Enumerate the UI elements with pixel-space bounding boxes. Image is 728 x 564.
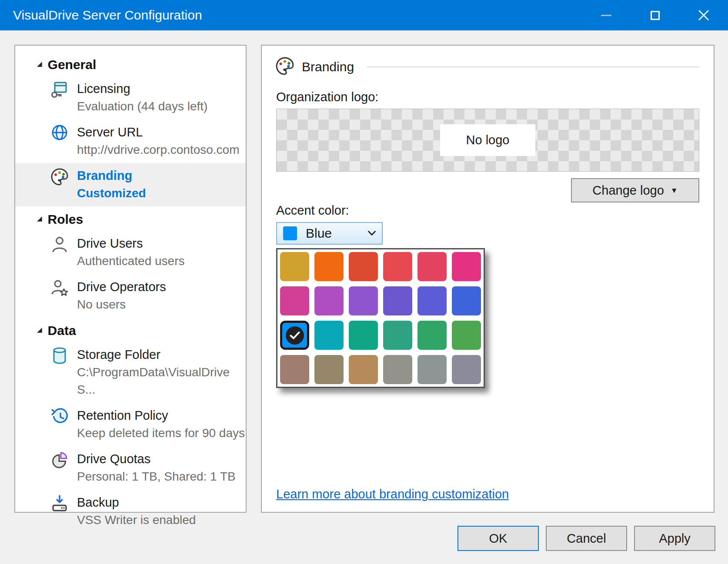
expand-triangle-icon: ◢: [37, 60, 42, 68]
section-label: General: [48, 57, 97, 72]
learn-more-link[interactable]: Learn more about branding customization: [276, 487, 509, 501]
backup-download-icon: [50, 494, 69, 513]
expand-triangle-icon: ◢: [37, 326, 42, 334]
accent-swatch[interactable]: [452, 252, 481, 281]
accent-swatch[interactable]: [280, 252, 309, 281]
sidebar-item-title: Storage Folder: [77, 345, 246, 364]
section-data[interactable]: ◢ Data: [15, 318, 246, 342]
section-general[interactable]: ◢ General: [15, 52, 246, 76]
sidebar-item-drive-quotas[interactable]: Drive Quotas Personal: 1 TB, Shared: 1 T…: [15, 446, 246, 490]
sidebar-item-title: Backup: [77, 493, 196, 511]
sidebar-item-server-url[interactable]: Server URL http://vdrive.corp.contoso.co…: [15, 119, 246, 163]
accent-swatch[interactable]: [314, 252, 344, 281]
accent-swatch[interactable]: [383, 355, 412, 384]
page-title: Branding: [302, 60, 354, 74]
selected-color-swatch: [283, 226, 297, 240]
header-divider: [367, 66, 699, 67]
change-logo-label: Change logo: [592, 183, 664, 198]
accent-swatch[interactable]: [417, 355, 447, 384]
section-roles[interactable]: ◢ Roles: [15, 206, 246, 231]
sidebar-item-storage-folder[interactable]: Storage Folder C:\ProgramData\VisualDriv…: [15, 342, 246, 403]
accent-swatch[interactable]: [417, 252, 447, 281]
accent-swatch[interactable]: [314, 355, 344, 384]
palette-icon: [275, 56, 295, 78]
accent-swatch[interactable]: [417, 286, 447, 315]
sidebar-item-retention-policy[interactable]: Retention Policy Keep deleted items for …: [15, 403, 246, 446]
maximize-icon: [651, 11, 660, 20]
caption-buttons: [582, 0, 728, 30]
sidebar-item-subtitle: Customized: [77, 185, 146, 202]
sidebar-item-subtitle: http://vdrive.corp.contoso.com: [77, 141, 240, 159]
accent-swatch[interactable]: [383, 321, 412, 350]
license-key-icon: [50, 80, 69, 100]
sidebar-item-drive-users[interactable]: Drive Users Authenticated users: [15, 231, 246, 274]
sidebar-item-title: Retention Policy: [77, 406, 245, 425]
accent-swatch[interactable]: [452, 355, 481, 384]
sidebar-item-title: Drive Quotas: [77, 450, 236, 468]
organization-logo-label: Organization logo:: [276, 90, 699, 104]
section-label: Data: [48, 323, 76, 338]
globe-icon: [50, 124, 69, 143]
settings-nav-panel: ◢ General Licensing Evaluation (44 days …: [14, 45, 247, 513]
sidebar-item-subtitle: C:\ProgramData\VisualDrive S...: [77, 364, 246, 398]
sidebar-item-drive-operators[interactable]: Drive Operators No users: [15, 274, 246, 318]
selected-color-name: Blue: [306, 226, 359, 241]
ok-button[interactable]: OK: [458, 526, 539, 551]
page-header: Branding: [275, 56, 699, 78]
dialog-footer: OK Cancel Apply: [458, 526, 715, 551]
user-star-icon: [50, 279, 69, 298]
settings-tree: ◢ General Licensing Evaluation (44 days …: [15, 46, 246, 533]
accent-swatch[interactable]: [383, 252, 412, 281]
sidebar-item-title: Drive Operators: [77, 278, 166, 296]
accent-swatch[interactable]: [349, 286, 378, 315]
accent-swatch[interactable]: [383, 286, 412, 315]
cancel-button[interactable]: Cancel: [546, 526, 627, 551]
accent-swatch[interactable]: [417, 321, 447, 350]
database-icon: [50, 346, 69, 365]
accent-swatch[interactable]: [314, 286, 344, 315]
sidebar-item-subtitle: No users: [77, 296, 166, 313]
maximize-button[interactable]: [631, 0, 679, 30]
sidebar-item-backup[interactable]: Backup VSS Writer is enabled: [15, 490, 246, 533]
accent-swatch[interactable]: [452, 321, 481, 350]
accent-swatch[interactable]: [349, 355, 378, 384]
sidebar-item-subtitle: VSS Writer is enabled: [77, 511, 196, 529]
accent-color-label: Accent color:: [276, 203, 699, 218]
user-icon: [50, 235, 69, 254]
sidebar-item-title: Branding: [77, 166, 146, 185]
chevron-down-icon: [368, 231, 376, 236]
accent-swatch[interactable]: [349, 321, 378, 350]
sidebar-item-subtitle: Personal: 1 TB, Shared: 1 TB: [77, 468, 236, 485]
checkmark-icon: [286, 326, 304, 345]
palette-icon: [50, 167, 69, 186]
minimize-button[interactable]: [582, 0, 631, 30]
sidebar-item-licensing[interactable]: Licensing Evaluation (44 days left): [15, 76, 246, 119]
section-label: Roles: [48, 212, 83, 227]
sidebar-item-subtitle: Authenticated users: [77, 252, 185, 270]
sidebar-item-title: Server URL: [77, 123, 240, 141]
accent-swatch[interactable]: [314, 321, 344, 350]
organization-logo-preview: No logo: [276, 109, 699, 172]
title-bar: VisualDrive Server Configuration: [0, 0, 728, 30]
change-logo-button[interactable]: Change logo ▼: [571, 178, 699, 202]
accent-swatch[interactable]: [280, 355, 309, 384]
accent-swatch[interactable]: [452, 286, 481, 315]
minimize-icon: [601, 15, 611, 16]
close-button[interactable]: [679, 0, 728, 30]
pie-chart-icon: [50, 451, 69, 470]
accent-swatch[interactable]: [349, 252, 378, 281]
no-logo-placeholder: No logo: [440, 124, 536, 156]
accent-swatch-selected[interactable]: [280, 321, 309, 350]
history-clock-icon: [50, 407, 69, 426]
sidebar-item-subtitle: Keep deleted items for 90 days: [77, 425, 245, 442]
sidebar-item-branding[interactable]: Branding Customized: [15, 163, 246, 206]
close-icon: [698, 10, 709, 21]
accent-color-grid: [276, 248, 485, 388]
sidebar-item-title: Licensing: [77, 80, 207, 98]
apply-button[interactable]: Apply: [634, 526, 715, 551]
dropdown-arrow-icon: ▼: [671, 186, 678, 195]
accent-color-dropdown[interactable]: Blue: [276, 222, 383, 245]
expand-triangle-icon: ◢: [37, 215, 42, 222]
branding-page: Branding Organization logo: No logo Chan…: [261, 45, 715, 513]
accent-swatch[interactable]: [280, 286, 309, 315]
